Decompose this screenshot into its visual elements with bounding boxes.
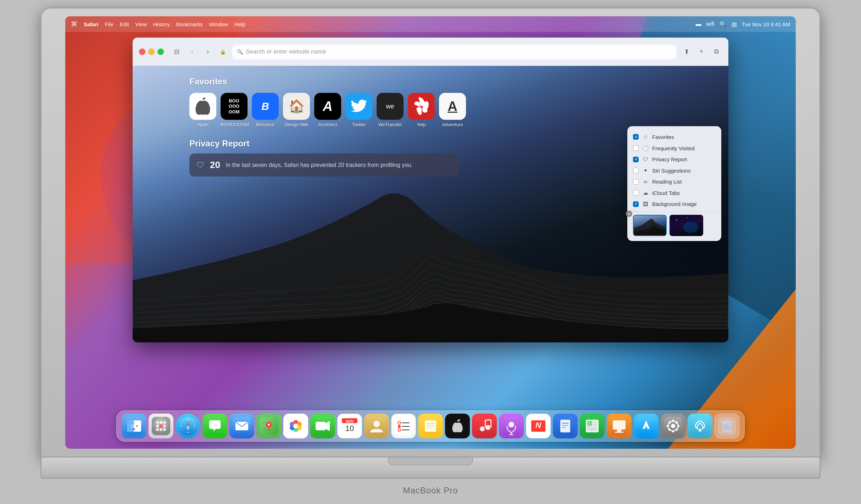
apple-menu-icon[interactable]: ⌘ — [71, 20, 77, 28]
dock-safari[interactable] — [176, 414, 200, 438]
dock-pages[interactable] — [553, 414, 578, 438]
favorite-icon-wetransfer: we — [377, 93, 404, 120]
dock-contacts[interactable] — [364, 414, 389, 438]
dock-reminders[interactable] — [391, 414, 416, 438]
svg-rect-89 — [593, 421, 597, 423]
dock-maps[interactable] — [256, 414, 281, 438]
search-icon[interactable]: 🔍 — [720, 21, 727, 28]
dock-airdrop[interactable] — [688, 414, 712, 438]
dd-item-background-image[interactable]: 🖼 Background Image — [627, 198, 721, 209]
svg-point-3 — [687, 217, 688, 218]
dd-icon-reading-list: ∞ — [642, 179, 649, 185]
safari-window: ⊟ ‹ › 🔒 🔍 Search or enter website name ⬆… — [133, 38, 728, 342]
dd-checkbox-reading-list[interactable] — [633, 179, 639, 185]
favorite-label-apple: Apple — [197, 122, 209, 127]
favorite-item-wetransfer[interactable]: we WeTransfer — [377, 93, 404, 127]
dock-notes[interactable] — [418, 414, 443, 438]
dock-keynote[interactable] — [607, 414, 632, 438]
close-button[interactable] — [139, 49, 145, 55]
svg-rect-71 — [485, 420, 486, 427]
dd-item-siri-suggestions[interactable]: ✦ Siri Suggestions — [627, 165, 721, 176]
svg-point-11 — [132, 425, 133, 427]
zoom-button[interactable] — [157, 49, 164, 55]
svg-point-21 — [156, 428, 159, 431]
dock-news[interactable]: N — [526, 414, 551, 438]
privacy-report-section: Privacy Report 🛡 20 In the last seven da… — [189, 139, 459, 177]
dock-numbers[interactable] — [580, 414, 605, 438]
menubar-safari[interactable]: Safari — [84, 21, 99, 27]
svg-rect-63 — [425, 420, 436, 432]
favorite-item-boooom[interactable]: BOOOOOOOM BOOOOOOM — [221, 93, 248, 127]
safari-toolbar: ⊟ ‹ › 🔒 🔍 Search or enter website name ⬆… — [133, 38, 728, 66]
macbook-label: MacBook Pro — [403, 486, 458, 495]
dd-item-icloud-tabs[interactable]: ☁ iCloud Tabs — [627, 187, 721, 198]
svg-rect-101 — [672, 420, 674, 422]
dock-appstore[interactable] — [634, 414, 659, 438]
svg-rect-109 — [691, 417, 709, 435]
menubar-history[interactable]: History — [153, 21, 170, 27]
svg-point-22 — [160, 428, 162, 431]
menubar-help[interactable]: Help — [234, 21, 245, 27]
dock-finder[interactable] — [122, 414, 146, 438]
dd-item-favorites[interactable]: ☆ Favorites — [627, 131, 721, 142]
menubar-bookmarks[interactable]: Bookmarks — [176, 21, 203, 27]
forward-button[interactable]: › — [202, 46, 213, 57]
dd-checkbox-privacy-report[interactable] — [633, 157, 639, 162]
menubar-file[interactable]: File — [105, 21, 113, 27]
dd-checkbox-favorites[interactable] — [633, 134, 639, 140]
favorite-item-yelp[interactable]: Yelp — [408, 93, 435, 127]
svg-text:N: N — [535, 421, 541, 430]
dock-music[interactable] — [472, 414, 497, 438]
sidebar-toggle-button[interactable]: ⊟ — [171, 46, 182, 57]
minimize-button[interactable] — [148, 49, 155, 55]
menubar-view[interactable]: View — [135, 21, 147, 27]
dd-checkbox-siri-suggestions[interactable] — [633, 168, 639, 173]
dd-item-frequently-visited[interactable]: 🕐 Frequently Visited — [627, 142, 721, 154]
svg-rect-94 — [617, 430, 621, 432]
dock-mail[interactable] — [229, 414, 254, 438]
bg-thumb-mountain[interactable] — [633, 215, 667, 236]
favorite-item-apple[interactable]: Apple — [189, 93, 216, 127]
dock-trash[interactable] — [715, 414, 739, 438]
dock-messages[interactable] — [202, 414, 227, 438]
dock-launchpad[interactable] — [149, 414, 173, 438]
favorite-item-behance[interactable]: B Behance — [252, 93, 279, 127]
svg-line-73 — [485, 420, 490, 420]
dd-checkbox-icloud-tabs[interactable] — [633, 190, 639, 196]
new-tab-button[interactable]: + — [696, 46, 707, 57]
favorite-item-archinect[interactable]: A Archinect — [314, 93, 341, 127]
dock-photos[interactable] — [283, 414, 308, 438]
favorite-item-twitter[interactable]: Twitter — [345, 93, 372, 127]
favorite-label-boooom: BOOOOOOM — [221, 122, 248, 127]
dd-checkbox-background-image[interactable] — [633, 201, 639, 207]
dd-checkbox-frequently-visited[interactable] — [633, 145, 639, 151]
dock-calendar[interactable]: NOV 10 — [337, 414, 362, 438]
favorite-item-adventure[interactable]: A Adventure — [439, 93, 466, 127]
dd-item-privacy-report[interactable]: 🛡 Privacy Report — [627, 154, 721, 165]
address-bar[interactable]: 🔍 Search or enter website name — [232, 44, 677, 60]
svg-point-17 — [163, 421, 166, 424]
svg-point-100 — [671, 424, 675, 428]
control-center-icon[interactable]: ▤ — [732, 21, 737, 28]
macbook-base: MacBook Pro — [40, 458, 821, 479]
favorite-item-designmilk[interactable]: 🏠 Design Milk — [283, 93, 310, 127]
dock-systemprefs[interactable] — [661, 414, 685, 438]
bg-thumb-space[interactable] — [670, 215, 703, 236]
dd-item-reading-list[interactable]: ∞ Reading List — [627, 176, 721, 187]
dock-podcasts[interactable] — [499, 414, 524, 438]
favorite-label-twitter: Twitter — [352, 122, 366, 127]
svg-rect-47 — [316, 422, 326, 430]
privacy-card[interactable]: 🛡 20 In the last seven days, Safari has … — [189, 153, 459, 177]
wifi-icon[interactable]: wifi — [706, 21, 715, 27]
privacy-message: In the last seven days, Safari has preve… — [226, 162, 452, 168]
share-button[interactable]: ⬆ — [681, 46, 692, 57]
back-button[interactable]: ‹ — [187, 46, 198, 57]
dock-facetime[interactable] — [310, 414, 335, 438]
dd-close-button[interactable]: ✕ — [626, 211, 632, 217]
dock-appletv[interactable] — [445, 414, 470, 438]
menubar-edit[interactable]: Edit — [120, 21, 129, 27]
menubar-window[interactable]: Window — [209, 21, 228, 27]
tab-overview-button[interactable]: ⧉ — [711, 46, 722, 57]
dd-icon-privacy-report: 🛡 — [642, 156, 649, 162]
dd-label-background-image: Background Image — [652, 201, 716, 207]
